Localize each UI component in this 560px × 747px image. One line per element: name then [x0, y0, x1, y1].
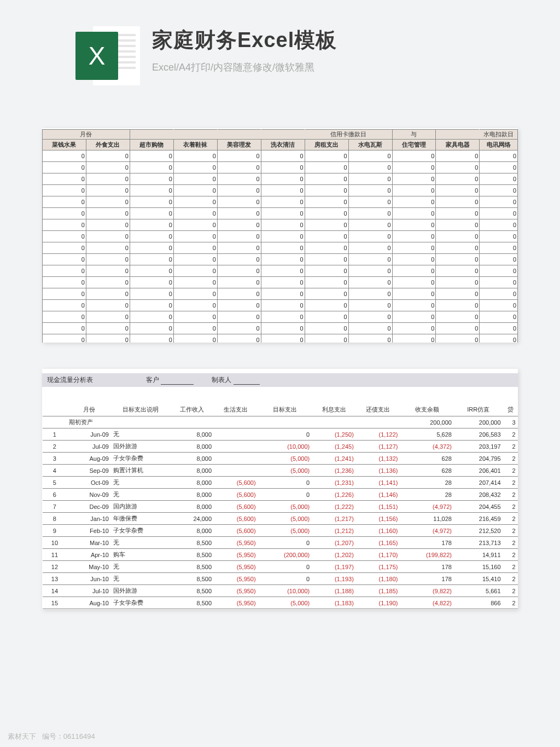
- cell[interactable]: 0: [173, 242, 217, 254]
- cell[interactable]: 0: [305, 277, 348, 288]
- cell[interactable]: 2: [43, 441, 67, 453]
- cell[interactable]: (1,190): [356, 597, 400, 609]
- cell[interactable]: 0: [392, 300, 436, 311]
- cell[interactable]: 0: [130, 150, 173, 162]
- cell[interactable]: 0: [348, 162, 392, 173]
- cell[interactable]: 0: [305, 242, 348, 254]
- cell[interactable]: 0: [480, 231, 518, 242]
- cell[interactable]: 0: [43, 311, 86, 323]
- cell[interactable]: 0: [480, 196, 518, 208]
- cell[interactable]: (5,600): [214, 525, 258, 537]
- cell[interactable]: 0: [348, 288, 392, 300]
- cell[interactable]: 15: [43, 597, 67, 609]
- cell[interactable]: 0: [43, 300, 86, 311]
- cell[interactable]: 0: [43, 185, 86, 196]
- cell[interactable]: (4,372): [400, 441, 454, 453]
- cell[interactable]: 2: [503, 549, 518, 561]
- cell[interactable]: 0: [305, 150, 348, 162]
- cell[interactable]: 3: [43, 453, 67, 465]
- cell[interactable]: 0: [436, 311, 480, 323]
- cell[interactable]: 0: [392, 231, 436, 242]
- cell[interactable]: 0: [348, 242, 392, 254]
- cell[interactable]: 0: [436, 208, 480, 219]
- cell[interactable]: 0: [217, 300, 261, 311]
- cell[interactable]: 0: [173, 254, 217, 265]
- cell[interactable]: (4,972): [400, 501, 454, 513]
- cell[interactable]: 0: [261, 231, 305, 242]
- cell[interactable]: 0: [261, 323, 305, 334]
- cell[interactable]: 2: [503, 597, 518, 609]
- cell[interactable]: 0: [130, 277, 173, 288]
- cell[interactable]: 0: [86, 254, 130, 265]
- cell[interactable]: [214, 453, 258, 465]
- cell[interactable]: 0: [305, 231, 348, 242]
- cell[interactable]: 24,000: [170, 513, 214, 525]
- cell[interactable]: 5,661: [454, 585, 503, 597]
- cell[interactable]: 2: [503, 453, 518, 465]
- cell[interactable]: 0: [173, 173, 217, 185]
- cell[interactable]: 0: [436, 196, 480, 208]
- cell[interactable]: 0: [480, 185, 518, 196]
- cell[interactable]: 8,500: [170, 585, 214, 597]
- cell[interactable]: 2: [503, 585, 518, 597]
- cell[interactable]: 0: [43, 242, 86, 254]
- cell[interactable]: 4: [43, 465, 67, 477]
- cell[interactable]: 8,000: [170, 428, 214, 441]
- cell[interactable]: (5,950): [214, 573, 258, 585]
- cell[interactable]: 0: [348, 219, 392, 231]
- cell[interactable]: 0: [43, 231, 86, 242]
- cell[interactable]: 212,520: [454, 525, 503, 537]
- cell[interactable]: 0: [436, 323, 480, 334]
- cell[interactable]: 0: [217, 277, 261, 288]
- cell[interactable]: 0: [392, 219, 436, 231]
- cell[interactable]: 178: [400, 537, 454, 549]
- cell[interactable]: 204,455: [454, 501, 503, 513]
- cell[interactable]: 0: [217, 242, 261, 254]
- cell[interactable]: [214, 428, 258, 441]
- cell[interactable]: 8,000: [170, 525, 214, 537]
- cell[interactable]: 2: [503, 465, 518, 477]
- cell[interactable]: 9: [43, 525, 67, 537]
- cell[interactable]: 216,459: [454, 513, 503, 525]
- cell[interactable]: (1,180): [356, 573, 400, 585]
- cell[interactable]: 0: [480, 162, 518, 173]
- cell[interactable]: 0: [130, 323, 173, 334]
- cell[interactable]: (1,185): [356, 585, 400, 597]
- cell[interactable]: 0: [348, 265, 392, 277]
- cell[interactable]: 0: [261, 300, 305, 311]
- cell[interactable]: May-10: [67, 561, 111, 573]
- cell[interactable]: 28: [400, 489, 454, 501]
- cell[interactable]: 0: [348, 311, 392, 323]
- cell[interactable]: 2: [503, 573, 518, 585]
- cell[interactable]: 0: [43, 208, 86, 219]
- cell[interactable]: 0: [130, 265, 173, 277]
- cell[interactable]: 206,401: [454, 465, 503, 477]
- cell[interactable]: 0: [217, 288, 261, 300]
- cell[interactable]: 208,432: [454, 489, 503, 501]
- cell[interactable]: 203,197: [454, 441, 503, 453]
- cell[interactable]: (1,127): [356, 441, 400, 453]
- cell[interactable]: 0: [436, 300, 480, 311]
- cell[interactable]: 0: [130, 254, 173, 265]
- cell[interactable]: 0: [392, 323, 436, 334]
- cell[interactable]: 0: [392, 254, 436, 265]
- cell[interactable]: 0: [173, 185, 217, 196]
- cell[interactable]: Nov-09: [67, 489, 111, 501]
- cell[interactable]: 0: [258, 428, 312, 441]
- cell[interactable]: 2: [503, 428, 518, 441]
- cell[interactable]: 0: [43, 288, 86, 300]
- cell[interactable]: 0: [173, 300, 217, 311]
- cell[interactable]: 0: [480, 265, 518, 277]
- cell[interactable]: 0: [86, 231, 130, 242]
- cell[interactable]: 15,410: [454, 573, 503, 585]
- cell[interactable]: Oct-09: [67, 477, 111, 489]
- cell[interactable]: 8,000: [170, 465, 214, 477]
- cell[interactable]: 0: [258, 561, 312, 573]
- cell[interactable]: 0: [392, 185, 436, 196]
- cell[interactable]: (10,000): [258, 585, 312, 597]
- cell[interactable]: (10,000): [258, 441, 312, 453]
- cell[interactable]: 2: [503, 441, 518, 453]
- cell[interactable]: 0: [261, 242, 305, 254]
- cell[interactable]: 0: [217, 231, 261, 242]
- cell[interactable]: 0: [305, 300, 348, 311]
